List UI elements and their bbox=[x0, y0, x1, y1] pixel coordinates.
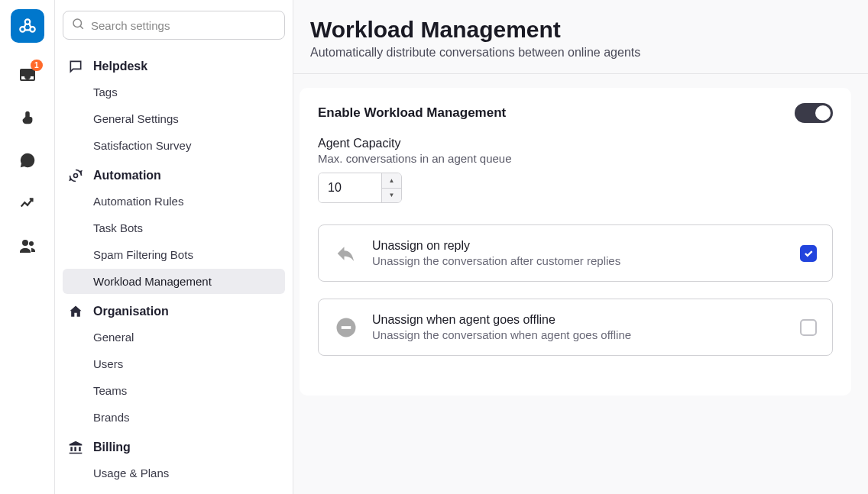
nav-users[interactable]: Users bbox=[63, 351, 285, 376]
capacity-label: Agent Capacity bbox=[318, 137, 833, 150]
option-title: Unassign when agent goes offline bbox=[372, 313, 786, 327]
people-icon[interactable] bbox=[17, 235, 38, 257]
svg-rect-8 bbox=[342, 326, 351, 329]
nav-satisfaction-survey[interactable]: Satisfaction Survey bbox=[63, 133, 285, 158]
nav-task-bots[interactable]: Task Bots bbox=[63, 215, 285, 241]
section-title: Organisation bbox=[93, 305, 169, 318]
bank-icon bbox=[67, 439, 84, 456]
settings-card: Enable Workload Management Agent Capacit… bbox=[300, 88, 851, 396]
nav-general-settings[interactable]: General Settings bbox=[63, 106, 285, 131]
inbox-icon[interactable]: 1 bbox=[17, 64, 38, 86]
option-title: Unassign on reply bbox=[372, 239, 786, 253]
gear-cycle-icon bbox=[67, 167, 84, 184]
enable-label: Enable Workload Management bbox=[318, 105, 506, 121]
nav-automation-rules[interactable]: Automation Rules bbox=[63, 189, 285, 214]
svg-point-3 bbox=[22, 240, 28, 246]
capacity-input-wrap: ▲ ▼ bbox=[318, 173, 402, 203]
chat-icon[interactable] bbox=[17, 150, 38, 171]
offline-circle-icon bbox=[334, 315, 358, 340]
nav-spam-filtering-bots[interactable]: Spam Filtering Bots bbox=[63, 242, 285, 267]
inbox-badge: 1 bbox=[31, 60, 43, 71]
search-input[interactable] bbox=[91, 19, 277, 32]
enable-row: Enable Workload Management bbox=[318, 103, 833, 123]
option-unassign-reply: Unassign on reply Unassign the conversat… bbox=[318, 224, 833, 282]
app-logo[interactable] bbox=[11, 9, 44, 43]
nav-brands[interactable]: Brands bbox=[63, 405, 285, 430]
option-desc: Unassign the conversation when agent goe… bbox=[372, 328, 786, 341]
chat-bubble-icon bbox=[67, 58, 84, 75]
sidebar-nav: Helpdesk Tags General Settings Satisfact… bbox=[63, 50, 285, 494]
section-title: Billing bbox=[93, 441, 131, 454]
option-desc: Unassign the conversation after customer… bbox=[372, 254, 786, 267]
search-icon bbox=[71, 17, 85, 34]
touch-icon[interactable] bbox=[17, 107, 38, 128]
nav-tags[interactable]: Tags bbox=[63, 79, 285, 105]
reports-icon[interactable] bbox=[17, 192, 38, 214]
capacity-sublabel: Max. conversations in an agent queue bbox=[318, 152, 833, 165]
home-icon bbox=[67, 303, 84, 320]
section-title: Automation bbox=[93, 169, 161, 182]
page-title: Workload Management bbox=[310, 17, 868, 43]
section-organisation[interactable]: Organisation bbox=[63, 295, 285, 324]
search-field[interactable] bbox=[63, 11, 285, 40]
settings-sidebar: Helpdesk Tags General Settings Satisfact… bbox=[55, 0, 293, 494]
option-text: Unassign on reply Unassign the conversat… bbox=[372, 239, 786, 267]
page-header: Workload Management Automatically distri… bbox=[293, 17, 868, 74]
svg-point-4 bbox=[29, 241, 34, 246]
nav-usage-plans[interactable]: Usage & Plans bbox=[63, 460, 285, 486]
svg-point-5 bbox=[73, 19, 82, 27]
option-reply-checkbox[interactable] bbox=[800, 245, 817, 262]
toggle-knob bbox=[815, 105, 831, 121]
enable-toggle[interactable] bbox=[795, 103, 833, 123]
section-title: Helpdesk bbox=[93, 60, 147, 73]
nav-teams[interactable]: Teams bbox=[63, 378, 285, 403]
nav-workload-management[interactable]: Workload Management bbox=[63, 269, 285, 294]
section-helpdesk[interactable]: Helpdesk bbox=[63, 50, 285, 79]
option-text: Unassign when agent goes offline Unassig… bbox=[372, 313, 786, 341]
app-rail: 1 bbox=[0, 0, 55, 494]
option-unassign-offline: Unassign when agent goes offline Unassig… bbox=[318, 299, 833, 356]
page-subtitle: Automatically distribute conversations b… bbox=[310, 46, 868, 60]
reply-arrow-icon bbox=[334, 241, 358, 266]
main-content: Workload Management Automatically distri… bbox=[293, 0, 868, 494]
section-automation[interactable]: Automation bbox=[63, 160, 285, 189]
nav-general[interactable]: General bbox=[63, 324, 285, 350]
svg-point-6 bbox=[74, 174, 78, 178]
spin-down-button[interactable]: ▼ bbox=[382, 189, 401, 203]
spinner: ▲ ▼ bbox=[381, 173, 401, 202]
spin-up-button[interactable]: ▲ bbox=[382, 173, 401, 189]
option-offline-checkbox[interactable] bbox=[800, 319, 817, 336]
section-billing[interactable]: Billing bbox=[63, 431, 285, 460]
capacity-input[interactable] bbox=[319, 173, 381, 202]
